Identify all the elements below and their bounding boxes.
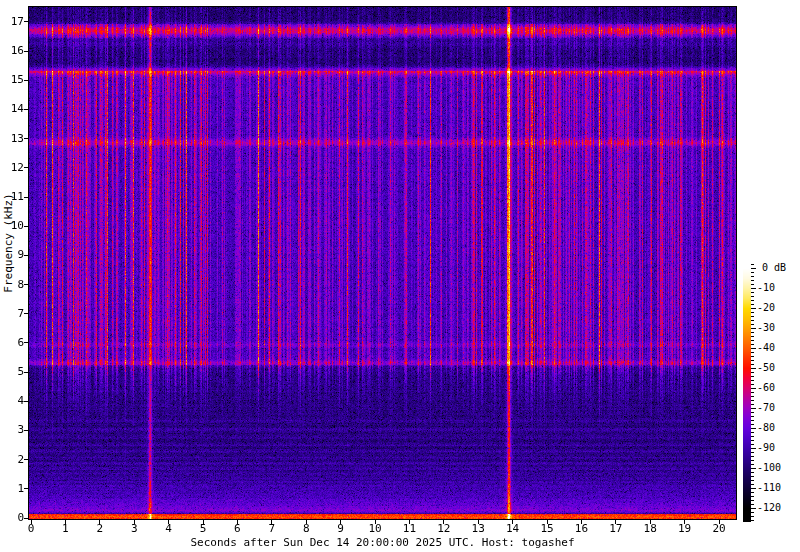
x-tick-label: 4 xyxy=(156,523,182,535)
colorbar-minor-tick xyxy=(751,364,754,365)
y-tick-label: 14 xyxy=(0,103,24,115)
y-tick-mark xyxy=(24,401,28,402)
x-tick-label: 9 xyxy=(328,523,354,535)
colorbar-minor-tick xyxy=(751,480,754,481)
colorbar-major-tick xyxy=(751,508,756,509)
colorbar-minor-tick xyxy=(751,344,754,345)
x-tick-label: 10 xyxy=(362,523,388,535)
colorbar-minor-tick xyxy=(751,376,754,377)
x-tick-label: 3 xyxy=(121,523,147,535)
colorbar-minor-tick xyxy=(751,396,754,397)
y-tick-mark xyxy=(24,430,28,431)
colorbar-minor-tick xyxy=(751,300,754,301)
y-tick-mark xyxy=(24,518,28,519)
y-tick-label: 9 xyxy=(0,249,24,261)
spectrogram-canvas xyxy=(29,7,736,519)
x-tick-label: 5 xyxy=(190,523,216,535)
colorbar-major-tick xyxy=(751,428,756,429)
colorbar-tick-label: -20 xyxy=(757,302,775,314)
x-tick-label: 8 xyxy=(293,523,319,535)
colorbar-minor-tick xyxy=(751,432,754,433)
colorbar-tick-label: -60 xyxy=(757,382,775,394)
x-tick-label: 12 xyxy=(431,523,457,535)
colorbar-minor-tick xyxy=(751,312,754,313)
colorbar-major-tick xyxy=(751,448,756,449)
colorbar-minor-tick xyxy=(751,496,754,497)
y-tick-label: 11 xyxy=(0,191,24,203)
y-tick-mark xyxy=(24,197,28,198)
colorbar-tick-label: -50 xyxy=(757,362,775,374)
colorbar-minor-tick xyxy=(751,404,754,405)
colorbar-minor-tick xyxy=(751,504,754,505)
y-tick-mark xyxy=(24,80,28,81)
x-tick-label: 19 xyxy=(672,523,698,535)
colorbar-major-tick xyxy=(751,328,756,329)
colorbar-minor-tick xyxy=(751,512,754,513)
x-axis-caption: Seconds after Sun Dec 14 20:00:00 2025 U… xyxy=(28,536,737,549)
y-tick-mark xyxy=(24,342,28,343)
y-tick-label: 2 xyxy=(0,454,24,466)
y-tick-mark xyxy=(24,167,28,168)
colorbar-minor-tick xyxy=(751,392,754,393)
colorbar-minor-tick xyxy=(751,400,754,401)
colorbar-major-tick xyxy=(751,348,756,349)
y-tick-mark xyxy=(24,459,28,460)
colorbar-minor-tick xyxy=(751,292,754,293)
x-tick-label: 0 xyxy=(18,523,44,535)
colorbar-major-tick xyxy=(751,408,756,409)
y-tick-mark xyxy=(24,255,28,256)
y-tick-mark xyxy=(24,372,28,373)
y-tick-label: 8 xyxy=(0,279,24,291)
y-tick-mark xyxy=(24,51,28,52)
colorbar-major-tick xyxy=(751,288,756,289)
y-tick-label: 17 xyxy=(0,16,24,28)
colorbar-minor-tick xyxy=(751,484,754,485)
x-tick-label: 6 xyxy=(224,523,250,535)
x-tick-label: 14 xyxy=(500,523,526,535)
colorbar-minor-tick xyxy=(751,316,754,317)
x-tick-label: 15 xyxy=(534,523,560,535)
colorbar-minor-tick xyxy=(751,284,754,285)
y-tick-label: 10 xyxy=(0,220,24,232)
colorbar-minor-tick xyxy=(751,516,754,517)
x-tick-label: 11 xyxy=(396,523,422,535)
colorbar-minor-tick xyxy=(751,492,754,493)
colorbar-minor-tick xyxy=(751,452,754,453)
x-tick-label: 2 xyxy=(87,523,113,535)
x-tick-label: 18 xyxy=(637,523,663,535)
colorbar-minor-tick xyxy=(751,332,754,333)
colorbar-minor-tick xyxy=(751,444,754,445)
colorbar-tick-label: -120 xyxy=(757,502,781,514)
colorbar-major-tick xyxy=(751,388,756,389)
colorbar-tick-label: 0 dB xyxy=(762,262,786,274)
colorbar-major-tick xyxy=(751,468,756,469)
x-tick-label: 20 xyxy=(706,523,732,535)
y-tick-label: 16 xyxy=(0,45,24,57)
colorbar-minor-tick xyxy=(751,412,754,413)
colorbar-minor-tick xyxy=(751,360,754,361)
y-tick-mark xyxy=(24,313,28,314)
colorbar-minor-tick xyxy=(751,272,754,273)
y-tick-label: 4 xyxy=(0,395,24,407)
y-tick-label: 13 xyxy=(0,133,24,145)
colorbar-minor-tick xyxy=(751,264,754,265)
x-tick-label: 16 xyxy=(568,523,594,535)
colorbar-tick-label: -100 xyxy=(757,462,781,474)
colorbar-minor-tick xyxy=(751,340,754,341)
colorbar-tick-label: -80 xyxy=(757,422,775,434)
colorbar-minor-tick xyxy=(751,420,754,421)
colorbar-minor-tick xyxy=(751,372,754,373)
colorbar-major-tick xyxy=(751,488,756,489)
x-tick-label: 7 xyxy=(259,523,285,535)
colorbar-minor-tick xyxy=(751,384,754,385)
colorbar-tick-label: -70 xyxy=(757,402,775,414)
colorbar-minor-tick xyxy=(751,324,754,325)
colorbar-gradient xyxy=(743,263,751,522)
colorbar-minor-tick xyxy=(751,296,754,297)
colorbar-minor-tick xyxy=(751,336,754,337)
y-tick-mark xyxy=(24,488,28,489)
spectrogram-figure: Frequency (kHz) 012345678910111213141516… xyxy=(0,0,800,552)
y-tick-mark xyxy=(24,109,28,110)
x-tick-label: 17 xyxy=(603,523,629,535)
x-tick-label: 13 xyxy=(465,523,491,535)
